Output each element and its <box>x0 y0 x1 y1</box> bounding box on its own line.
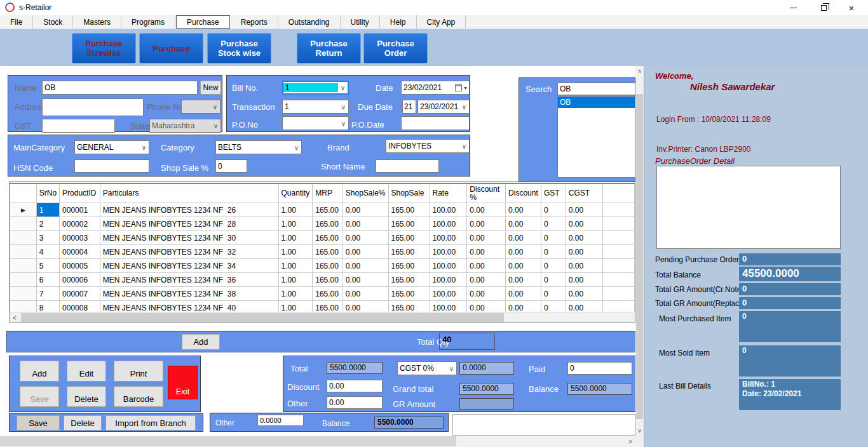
search-result-item[interactable]: OB <box>558 97 635 108</box>
bill-no-combo[interactable]: 1∨ <box>282 81 349 95</box>
due-days-input[interactable] <box>402 100 416 114</box>
grid-cell-discount[interactable]: 0.00 <box>506 287 541 301</box>
grid-cell-shopsale_pct[interactable]: 0.00 <box>342 287 388 301</box>
po-no-combo[interactable]: ∨ <box>282 116 349 130</box>
brand-combo[interactable]: INFOBYTES∨ <box>386 139 470 153</box>
delete-button[interactable]: Delete <box>67 386 106 407</box>
grid-column-header-mrp[interactable]: MRP <box>313 184 343 203</box>
grid-cell-cgst[interactable]: 0.00 <box>566 259 602 273</box>
grid-cell-gst[interactable]: 0 <box>541 231 566 245</box>
grid-cell-gst[interactable]: 0 <box>541 273 566 287</box>
row-selector[interactable] <box>10 245 37 259</box>
grid-cell-mrp[interactable]: 165.00 <box>313 203 343 217</box>
name-input[interactable] <box>42 81 198 95</box>
grid-cell-shopsale[interactable]: 165.00 <box>388 273 430 287</box>
grid-horizontal-scrollbar[interactable]: < <box>10 312 635 322</box>
grid-column-header-particulars[interactable]: Particulars <box>100 184 278 203</box>
grid-cell-discount[interactable]: 0.00 <box>506 203 541 217</box>
grid-cell-shopsale[interactable]: 165.00 <box>388 217 430 231</box>
grid-cell-mrp[interactable]: 165.00 <box>313 231 343 245</box>
grid-cell-rate[interactable]: 100.00 <box>430 217 467 231</box>
add-button[interactable]: Add <box>20 361 59 382</box>
grid-column-header-quantity[interactable]: Quantity <box>278 184 313 203</box>
toolbar-button-purchase-return[interactable]: Purchase Return <box>297 33 361 63</box>
grid-cell-gst[interactable]: 0 <box>541 203 566 217</box>
grid-cell-sr[interactable]: 2 <box>36 217 59 231</box>
footer-notes-box[interactable] <box>452 414 635 436</box>
grid-cell-discount_pct[interactable]: 0.00 <box>467 259 506 273</box>
address-input[interactable] <box>42 98 144 116</box>
minimize-button[interactable] <box>779 0 807 15</box>
grid-cell-product_id[interactable]: 000004 <box>60 245 100 259</box>
grid-cell-cgst[interactable]: 0.00 <box>566 245 602 259</box>
scroll-down-icon[interactable]: ∨ <box>635 425 644 436</box>
grid-cell-discount[interactable]: 0.00 <box>506 259 541 273</box>
horizontal-scrollbar[interactable]: > <box>0 436 635 447</box>
grid-cell-product_id[interactable]: 000006 <box>60 273 100 287</box>
new-button[interactable]: New <box>200 81 221 95</box>
grid-cell-qty[interactable]: 1.00 <box>278 217 313 231</box>
grid-cell-product_id[interactable]: 000003 <box>60 231 100 245</box>
phone-combo[interactable]: ∨ <box>181 100 220 114</box>
menu-item-city-app[interactable]: City App <box>417 15 466 29</box>
toolbar-button-purchase-stock-wise[interactable]: Purchase Stock wise <box>207 33 271 63</box>
print-button[interactable]: Print <box>114 361 163 382</box>
grid-cell-particulars[interactable]: MEN JEANS INFOBYTES 1234 NF 34 <box>100 259 278 273</box>
grid-cell-discount[interactable]: 0.00 <box>506 245 541 259</box>
hsn-code-input[interactable] <box>74 159 149 173</box>
grid-cell-discount_pct[interactable]: 0.00 <box>467 287 506 301</box>
vertical-scroll-thumb[interactable] <box>636 94 643 419</box>
grid-cell-shopsale[interactable]: 165.00 <box>388 245 430 259</box>
grid-cell-discount_pct[interactable]: 0.00 <box>467 231 506 245</box>
cgst-combo[interactable]: CGST 0%∨ <box>397 361 457 375</box>
grid-cell-sr[interactable]: 5 <box>36 259 59 273</box>
category-combo[interactable]: BELTS∨ <box>215 140 302 154</box>
state-combo[interactable]: Maharashtra∨ <box>149 119 221 133</box>
grid-cell-mrp[interactable]: 165.00 <box>313 287 343 301</box>
grid-cell-rate[interactable]: 100.00 <box>430 273 467 287</box>
grid-cell-gst[interactable]: 0 <box>541 287 566 301</box>
grid-cell-product_id[interactable]: 000007 <box>60 287 100 301</box>
grid-column-header-shopsale[interactable]: ShopSale <box>388 184 430 203</box>
grid-cell-sr[interactable]: 6 <box>36 273 59 287</box>
grid-cell-product_id[interactable]: 000002 <box>60 217 100 231</box>
footer-other-input[interactable] <box>257 415 304 426</box>
grid-cell-cgst[interactable]: 0.00 <box>566 231 602 245</box>
grid-cell-discount[interactable]: 0.00 <box>506 217 541 231</box>
row-selector[interactable] <box>10 287 37 301</box>
grid-cell-discount_pct[interactable]: 0.00 <box>467 217 506 231</box>
grid-cell-discount_pct[interactable]: 0.00 <box>467 245 506 259</box>
other-input[interactable] <box>327 396 383 409</box>
due-date-combo[interactable]: 23/02/2021∨ <box>417 100 470 114</box>
grid-cell-shopsale[interactable]: 165.00 <box>388 259 430 273</box>
horizontal-scroll-thumb[interactable] <box>0 436 456 446</box>
grid-cell-rate[interactable]: 100.00 <box>430 287 467 301</box>
grid-cell-product_id[interactable]: 000001 <box>60 203 100 217</box>
grid-column-header[interactable] <box>10 184 37 203</box>
po-date-input[interactable] <box>401 116 470 130</box>
grid-column-header-discount[interactable]: Discount % <box>467 184 506 203</box>
purchase-order-detail-box[interactable] <box>656 166 841 249</box>
row-selector[interactable] <box>10 259 37 273</box>
menu-item-utility[interactable]: Utility <box>341 15 380 29</box>
grid-column-header-discount[interactable]: Discount <box>506 184 541 203</box>
grid-add-button[interactable]: Add <box>182 334 220 350</box>
grid-column-header-productid[interactable]: ProductID <box>60 184 100 203</box>
grid-column-header-shopsale[interactable]: ShopSale% <box>342 184 388 203</box>
grid-cell-cgst[interactable]: 0.00 <box>566 273 602 287</box>
date-picker[interactable]: 23/02/2021 ▼ <box>401 81 470 95</box>
row-selector[interactable] <box>10 273 37 287</box>
discount-input[interactable] <box>327 380 383 392</box>
grid-cell-shopsale_pct[interactable]: 0.00 <box>342 217 388 231</box>
grid-cell-qty[interactable]: 1.00 <box>278 273 313 287</box>
grid-cell-shopsale[interactable]: 165.00 <box>388 231 430 245</box>
grid-cell-qty[interactable]: 1.00 <box>278 203 313 217</box>
grid-cell-sr[interactable]: 4 <box>36 245 59 259</box>
grid-cell-rate[interactable]: 100.00 <box>430 245 467 259</box>
menu-item-purchase[interactable]: Purchase <box>176 15 230 29</box>
short-name-input[interactable] <box>376 159 439 173</box>
grid-column-header-gst[interactable]: GST <box>541 184 566 203</box>
grid-cell-product_id[interactable]: 000005 <box>60 259 100 273</box>
grid-cell-shopsale_pct[interactable]: 0.00 <box>342 273 388 287</box>
toolbar-button-purchase[interactable]: Purchase <box>139 33 203 63</box>
